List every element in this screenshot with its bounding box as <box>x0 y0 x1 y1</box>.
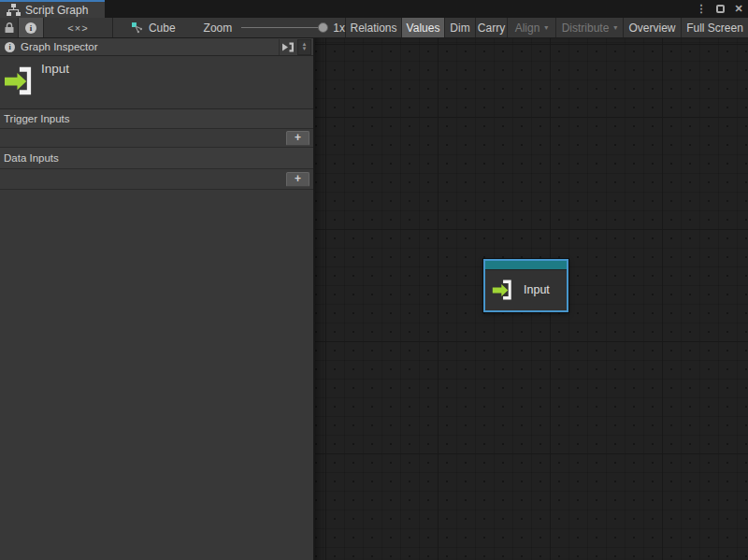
full-screen-button[interactable]: Full Screen <box>682 18 748 37</box>
info-icon: i <box>5 42 15 52</box>
close-icon[interactable]: ✕ <box>732 2 745 16</box>
align-button[interactable]: Align ▾ <box>508 18 555 37</box>
graph-inspector-title: Graph Inspector <box>21 41 279 52</box>
graph-inspector-header: i Graph Inspector ▲ ▼ <box>0 38 313 56</box>
trigger-inputs-header: Trigger Inputs <box>0 109 313 129</box>
input-node-body: Input <box>485 270 567 309</box>
data-inputs-header: Data Inputs <box>0 148 313 169</box>
trigger-inputs-label: Trigger Inputs <box>4 113 70 124</box>
graph-breadcrumb[interactable]: Cube <box>149 22 176 35</box>
input-node[interactable]: Input <box>483 259 568 312</box>
expand-inspector-button[interactable] <box>279 39 295 55</box>
tab-script-graph[interactable]: Script Graph <box>0 0 105 18</box>
add-data-input-button[interactable]: + <box>286 172 309 187</box>
window-controls: ⋮ ✕ <box>695 0 745 18</box>
zoom-slider[interactable] <box>241 27 324 28</box>
maximize-icon[interactable] <box>713 2 726 16</box>
window-menu-icon[interactable]: ⋮ <box>695 2 708 16</box>
align-label: Align <box>515 22 540 35</box>
values-button[interactable]: Values <box>402 18 444 37</box>
inspector-empty-area <box>0 190 313 560</box>
code-preview-button[interactable]: <×> <box>44 18 112 37</box>
selected-node-title: Input <box>41 62 69 76</box>
data-inputs-list: + <box>0 169 313 190</box>
graph-inspector-panel: i Graph Inspector ▲ ▼ Input Trigger Inpu… <box>0 38 314 560</box>
dim-button[interactable]: Dim <box>445 18 475 37</box>
zoom-label: Zoom <box>204 22 233 35</box>
lock-icon <box>4 22 15 34</box>
overview-button[interactable]: Overview <box>624 18 681 37</box>
selected-node-preview: Input <box>0 56 313 109</box>
inspector-scrubber[interactable]: ▲ ▼ <box>297 39 311 55</box>
script-graph-window: Script Graph ⋮ ✕ i <×> <box>0 0 748 560</box>
graph-asset-icon <box>132 22 143 34</box>
trigger-inputs-list: + <box>0 129 313 148</box>
zoom-value: 1x <box>333 22 345 35</box>
input-node-icon <box>492 278 515 302</box>
data-inputs-label: Data Inputs <box>4 152 59 164</box>
carry-button[interactable]: Carry <box>476 18 507 37</box>
arrow-down-icon: ▼ <box>302 47 308 51</box>
distribute-label: Distribute <box>562 22 610 35</box>
input-node-title: Input <box>524 283 550 296</box>
inspector-toggle-button[interactable]: i <box>19 18 43 37</box>
graph-toolbar: i <×> Cube Zoom 1x Relations Values Dim … <box>0 18 748 38</box>
graph-hierarchy-icon <box>7 4 21 16</box>
tab-label: Script Graph <box>25 4 88 17</box>
chevron-down-icon: ▾ <box>613 23 617 32</box>
zoom-slider-thumb[interactable] <box>318 22 328 33</box>
graph-canvas[interactable]: Input <box>315 38 748 560</box>
chevron-down-icon: ▾ <box>544 23 548 32</box>
title-bar: Script Graph ⋮ ✕ <box>0 0 748 18</box>
relations-button[interactable]: Relations <box>346 18 401 37</box>
add-trigger-input-button[interactable]: + <box>286 131 309 146</box>
code-icon: <×> <box>67 22 88 34</box>
lock-button[interactable] <box>0 18 18 37</box>
input-node-header[interactable] <box>485 261 567 270</box>
input-node-icon <box>5 64 36 98</box>
distribute-button[interactable]: Distribute ▾ <box>556 18 623 37</box>
expand-icon <box>281 41 295 53</box>
info-icon: i <box>25 22 36 34</box>
graph-breadcrumb-zoom-cell: Cube Zoom 1x <box>113 18 345 37</box>
